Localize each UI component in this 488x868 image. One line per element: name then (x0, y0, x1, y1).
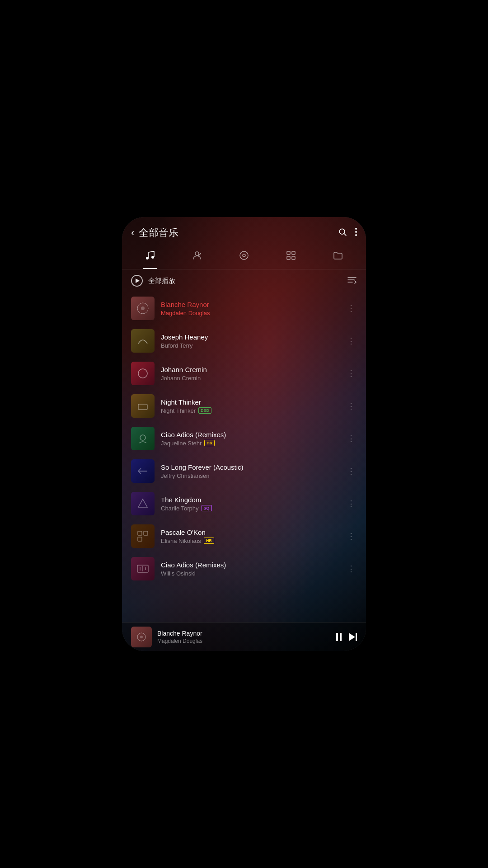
track-title: The Kingdom (161, 496, 339, 504)
list-item[interactable]: Johann Cremin Johann Cremin ⋮ (122, 357, 366, 390)
skip-next-button[interactable] (349, 633, 357, 641)
search-icon[interactable] (338, 227, 347, 239)
svg-point-0 (339, 229, 345, 234)
svg-point-19 (138, 369, 147, 378)
header-icons (338, 227, 357, 239)
tab-playlist[interactable] (279, 246, 303, 269)
tab-folder[interactable] (326, 246, 350, 269)
track-artist: Jaqueline Stehr HR (161, 440, 339, 447)
track-thumbnail (131, 557, 155, 580)
now-playing-bar[interactable]: Blanche Raynor Magdalen Douglas (122, 622, 366, 651)
pause-bar-right (340, 633, 342, 641)
pause-button[interactable] (336, 633, 342, 641)
track-artist: Johann Cremin (161, 375, 339, 382)
track-more-button[interactable]: ⋮ (345, 434, 357, 443)
track-title: Ciao Adios (Remixes) (161, 561, 339, 569)
play-all-bar: 全部播放 (122, 269, 366, 292)
track-artist: Buford Terry (161, 342, 339, 349)
track-more-button[interactable]: ⋮ (345, 368, 357, 378)
track-artist: Elisha Nikolaus HR (161, 538, 339, 544)
track-more-button[interactable]: ⋮ (345, 401, 357, 411)
quality-badge-hr: HR (204, 538, 214, 544)
list-item[interactable]: Pascale O'Kon Elisha Nikolaus HR ⋮ (122, 520, 366, 552)
list-item[interactable]: Ciao Adios (Remixes) Jaqueline Stehr HR … (122, 422, 366, 455)
now-playing-artist: Magdalen Douglas (157, 638, 331, 644)
header: ‹ 全部音乐 (122, 217, 366, 244)
tab-artist[interactable] (185, 246, 209, 269)
track-title: So Long Forever (Acoustic) (161, 463, 339, 471)
tab-music[interactable] (138, 246, 162, 269)
music-note-icon (145, 250, 155, 264)
svg-point-2 (355, 228, 357, 230)
svg-rect-26 (138, 537, 142, 541)
track-more-button[interactable]: ⋮ (345, 336, 357, 346)
back-button[interactable]: ‹ (131, 227, 134, 239)
list-item[interactable]: So Long Forever (Acoustic) Jeffry Christ… (122, 455, 366, 487)
track-thumbnail (131, 329, 155, 353)
track-info: Joseph Heaney Buford Terry (161, 333, 339, 349)
track-info: The Kingdom Charlie Torphy SQ (161, 496, 339, 512)
quality-badge-hr: HR (204, 440, 215, 446)
track-thumbnail (131, 524, 155, 548)
track-info: Ciao Adios (Remixes) Jaqueline Stehr HR (161, 431, 339, 447)
skip-triangle-icon (349, 633, 355, 641)
artist-icon (192, 250, 202, 264)
svg-point-32 (140, 636, 143, 638)
track-artist: Night Thinker DSD (161, 407, 339, 414)
skip-bar-icon (356, 633, 357, 641)
track-thumbnail (131, 362, 155, 385)
track-thumbnail (131, 459, 155, 483)
track-info: Night Thinker Night Thinker DSD (161, 398, 339, 414)
svg-point-18 (141, 307, 145, 310)
svg-marker-23 (138, 499, 147, 507)
track-more-button[interactable]: ⋮ (345, 564, 357, 574)
svg-point-3 (355, 231, 357, 233)
track-title: Ciao Adios (Remixes) (161, 431, 339, 439)
track-thumbnail (131, 492, 155, 515)
playback-controls (336, 633, 357, 641)
track-artist: Charlie Torphy SQ (161, 505, 339, 512)
sort-icon[interactable] (347, 276, 357, 286)
svg-point-5 (146, 257, 149, 259)
track-more-button[interactable]: ⋮ (345, 531, 357, 541)
svg-rect-13 (292, 256, 295, 259)
tab-album[interactable] (232, 246, 256, 269)
svg-rect-25 (144, 531, 148, 535)
svg-point-8 (240, 251, 248, 259)
track-info: So Long Forever (Acoustic) Jeffry Christ… (161, 463, 339, 479)
list-item[interactable]: The Kingdom Charlie Torphy SQ ⋮ (122, 487, 366, 520)
track-more-button[interactable]: ⋮ (345, 499, 357, 509)
list-item[interactable]: Night Thinker Night Thinker DSD ⋮ (122, 390, 366, 422)
svg-point-21 (140, 435, 145, 440)
track-info: Blanche Raynor Magdalen Douglas (161, 301, 339, 316)
track-more-button[interactable]: ⋮ (345, 466, 357, 476)
now-playing-title: Blanche Raynor (157, 630, 331, 637)
track-thumbnail (131, 297, 155, 320)
app-content: ‹ 全部音乐 (122, 217, 366, 651)
list-item[interactable]: Blanche Raynor Magdalen Douglas ⋮ (122, 292, 366, 325)
svg-point-9 (243, 254, 245, 257)
track-more-button[interactable]: ⋮ (345, 303, 357, 313)
list-item[interactable]: Joseph Heaney Buford Terry ⋮ (122, 325, 366, 357)
track-thumbnail (131, 394, 155, 418)
svg-rect-11 (292, 251, 295, 255)
svg-rect-20 (138, 404, 147, 410)
svg-line-1 (344, 233, 347, 236)
page-title: 全部音乐 (139, 226, 333, 240)
svg-rect-24 (138, 531, 142, 535)
more-menu-icon[interactable] (355, 228, 357, 238)
svg-point-6 (151, 256, 154, 259)
track-title: Johann Cremin (161, 366, 339, 373)
track-artist: Jeffry Christiansen (161, 472, 339, 479)
svg-rect-10 (287, 251, 290, 255)
now-playing-info: Blanche Raynor Magdalen Douglas (157, 630, 331, 644)
play-all-button[interactable] (131, 275, 143, 287)
track-title: Night Thinker (161, 398, 339, 406)
list-item[interactable]: Ciao Adios (Remixes) Willis Osinski ⋮ (122, 552, 366, 585)
track-title: Blanche Raynor (161, 301, 339, 308)
playlist-icon (286, 250, 296, 264)
play-all-label: 全部播放 (148, 277, 342, 285)
album-icon (239, 250, 249, 264)
svg-point-4 (355, 234, 357, 236)
nav-tabs (122, 244, 366, 269)
